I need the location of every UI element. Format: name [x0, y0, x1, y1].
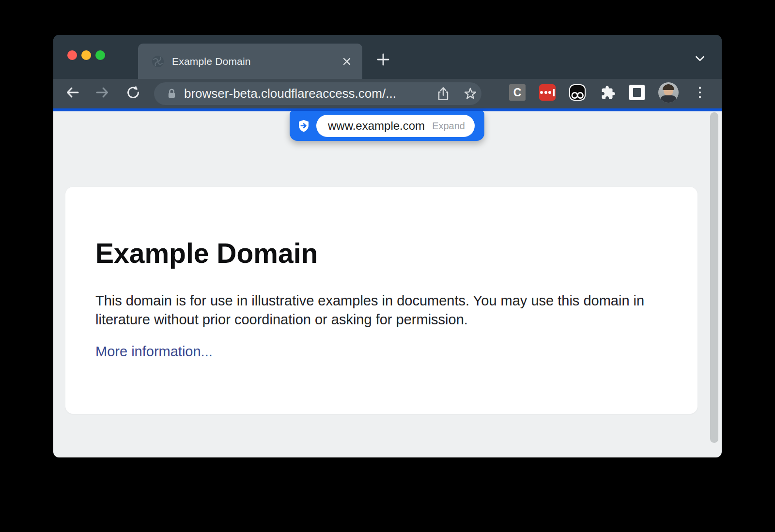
isolated-host-text: www.example.com — [328, 119, 425, 133]
kebab-menu-icon[interactable] — [695, 85, 705, 100]
expand-button[interactable]: Expand — [432, 121, 465, 132]
reload-button[interactable] — [124, 83, 143, 102]
close-window-button[interactable] — [67, 50, 77, 60]
shield-arrow-icon — [297, 119, 310, 133]
minimize-window-button[interactable] — [81, 50, 91, 60]
tab-close-icon[interactable] — [341, 56, 353, 67]
url-text: browser-beta.cloudflareaccess.com/... — [184, 82, 396, 105]
scrollbar[interactable] — [710, 112, 718, 443]
more-information-link[interactable]: More information... — [95, 344, 213, 360]
back-button[interactable] — [63, 83, 82, 102]
bookmark-star-icon[interactable] — [462, 85, 479, 103]
page-title: Example Domain — [95, 237, 698, 269]
extension-c-icon[interactable]: C — [509, 84, 526, 101]
chevron-down-icon[interactable] — [689, 48, 711, 69]
extensions-puzzle-icon[interactable] — [600, 84, 616, 101]
isolated-url-field[interactable]: www.example.com Expand — [316, 115, 475, 137]
new-tab-button[interactable] — [372, 49, 394, 70]
page-viewport: www.example.com Expand Example Domain Th… — [53, 111, 722, 457]
goggles-extension-icon[interactable] — [568, 83, 587, 102]
toolbar: browser-beta.cloudflareaccess.com/... C — [53, 79, 722, 108]
address-bar[interactable]: browser-beta.cloudflareaccess.com/... — [154, 82, 481, 105]
share-icon[interactable] — [434, 85, 452, 103]
tab-example-domain[interactable]: Example Domain — [138, 44, 362, 79]
profile-avatar[interactable] — [658, 82, 679, 103]
forward-button[interactable] — [93, 83, 112, 102]
globe-favicon-icon — [152, 55, 164, 68]
lock-icon[interactable] — [166, 88, 178, 100]
lastpass-extension-icon[interactable] — [539, 84, 556, 101]
content-card: Example Domain This domain is for use in… — [65, 187, 698, 414]
side-panel-icon[interactable] — [629, 85, 645, 100]
page-paragraph: This domain is for use in illustrative e… — [95, 291, 657, 329]
tab-title: Example Domain — [172, 56, 251, 67]
fullscreen-window-button[interactable] — [95, 50, 105, 60]
isolation-url-pill[interactable]: www.example.com Expand — [290, 111, 484, 141]
browser-window: Example Domain — [53, 35, 722, 457]
tab-strip: Example Domain — [53, 35, 722, 79]
